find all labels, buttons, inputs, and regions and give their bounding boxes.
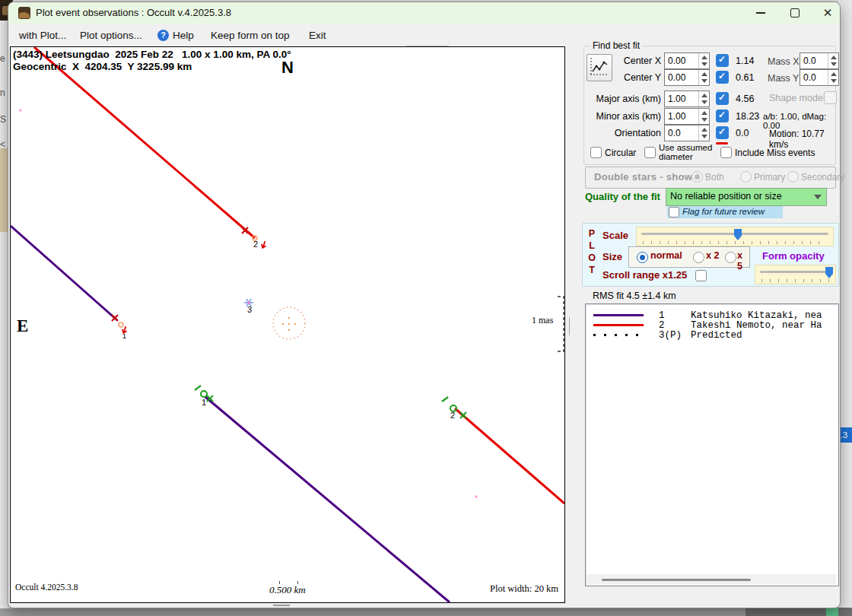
flag-review-checkbox[interactable]	[669, 207, 679, 218]
shape-model-checkbox[interactable]	[824, 91, 837, 104]
scale-label: Scale	[602, 230, 628, 241]
legend-row[interactable]: 1 Katsuhiko Kitazaki, nea	[586, 310, 837, 321]
svg-text:3: 3	[247, 305, 252, 314]
mass-y-spinner[interactable]: 0.0	[800, 69, 839, 86]
background-window-fragment	[0, 148, 8, 232]
side-tick	[569, 317, 570, 335]
circular-label: Circular	[605, 148, 636, 158]
size-radio-group: normal x 2 x 5	[628, 246, 750, 268]
bg-fragment: S	[0, 114, 8, 125]
spinner-arrows[interactable]	[698, 125, 709, 141]
size-x2-radio[interactable]	[693, 252, 704, 263]
use-assumed-diameter-checkbox[interactable]	[644, 147, 656, 158]
fit-center-x-checkbox[interactable]	[716, 54, 729, 67]
predicted-swatch	[593, 334, 644, 336]
scroll-range-label: Scroll range x1.25	[602, 269, 687, 281]
resize-grip[interactable]	[273, 605, 290, 606]
center-y-label: Center Y	[588, 72, 661, 83]
form-opacity-slider[interactable]	[755, 265, 836, 284]
size-x5-radio[interactable]	[725, 252, 736, 263]
include-miss-label: Include Miss events	[735, 148, 815, 158]
legend-row[interactable]: 3(P) Predicted	[586, 330, 837, 341]
scrollbar-thumb[interactable]	[602, 579, 751, 581]
plot-letter: L	[587, 240, 596, 251]
size-normal-radio[interactable]	[637, 252, 648, 263]
size-normal-label: normal	[650, 250, 682, 261]
size-x2-label: x 2	[706, 250, 719, 261]
svg-text:1: 1	[122, 332, 126, 340]
minimize-button[interactable]	[745, 2, 777, 23]
plot-canvas[interactable]: 12123 (3443) Leetsungdao 2025 Feb 22 1.0…	[10, 46, 565, 603]
mass-x-spinner[interactable]: 0.0	[800, 52, 839, 69]
svg-text:2: 2	[450, 411, 455, 420]
double-stars-both-radio[interactable]	[691, 171, 703, 183]
legend-row[interactable]: 2 Takeshi Nemoto, near Ha	[586, 320, 837, 331]
bg-fragment: n	[0, 87, 8, 98]
maximize-button[interactable]	[778, 2, 810, 23]
occult-plot-window: Plot event observations : Occult v.4.202…	[8, 2, 841, 608]
spinner-arrows[interactable]	[828, 53, 838, 68]
form-opacity-label: Form opacity	[762, 250, 825, 262]
center-y-spinner[interactable]: 0.00	[664, 69, 710, 86]
chord1-swatch	[593, 314, 644, 316]
orientation-spinner[interactable]: 0.0	[664, 125, 710, 141]
spinner-arrows[interactable]	[698, 53, 709, 68]
circular-checkbox[interactable]	[590, 147, 602, 158]
fit-major-axis-checkbox[interactable]	[716, 92, 729, 105]
spinner-arrows[interactable]	[698, 70, 709, 85]
menu-keep-on-top[interactable]: Keep form on top	[211, 28, 290, 43]
mass-y-label: Mass Y	[768, 73, 799, 84]
major-axis-fitted-value: 4.56	[736, 94, 754, 104]
chord-number: 3(P)	[659, 330, 682, 341]
plot-width-label: Plot width: 20 km	[437, 583, 558, 595]
double-stars-secondary-radio[interactable]	[787, 171, 799, 183]
spinner-arrows[interactable]	[698, 109, 709, 124]
spinner-arrows[interactable]	[828, 70, 838, 85]
quality-value: No reliable position or size	[670, 191, 782, 202]
observer-name: Predicted	[691, 330, 742, 341]
flag-review-label: Flag for future review	[682, 207, 765, 216]
chords-plot[interactable]: 12123	[11, 47, 564, 602]
include-miss-checkbox[interactable]	[720, 147, 732, 158]
svg-text:1: 1	[202, 398, 206, 407]
double-stars-both-label: Both	[705, 172, 724, 183]
menu-with-plot[interactable]: with Plot...	[19, 28, 66, 43]
find-best-fit-title: Find best fit	[590, 40, 642, 51]
background-left-strip: e n S <	[0, 0, 8, 616]
double-stars-primary-radio[interactable]	[740, 171, 752, 183]
menu-help[interactable]: Help	[173, 28, 194, 43]
app-icon	[18, 7, 30, 19]
spinner-arrows[interactable]	[698, 91, 709, 106]
quality-label: Quality of the fit	[585, 191, 660, 202]
fit-center-y-checkbox[interactable]	[716, 71, 729, 84]
major-axis-label: Major axis (km)	[588, 94, 661, 104]
minor-axis-spinner[interactable]: 1.00	[664, 108, 710, 125]
fit-orientation-checkbox[interactable]	[716, 126, 729, 139]
major-axis-spinner[interactable]: 1.00	[664, 90, 710, 107]
scale-slider[interactable]	[636, 227, 834, 246]
mass-x-label: Mass X	[768, 56, 800, 67]
center-x-spinner[interactable]: 0.00	[664, 52, 710, 69]
rms-fit-label: RMS fit 4.5 ±1.4 km	[593, 291, 676, 301]
help-icon[interactable]: ?	[157, 30, 169, 41]
use-assumed-diameter-label: Use assumed diameter	[659, 143, 718, 161]
title-bar[interactable]: Plot event observations : Occult v.4.202…	[8, 2, 840, 24]
plot-header-line1: (3443) Leetsungdao 2025 Feb 22 1.00 x 1.…	[13, 49, 291, 60]
fit-minor-axis-checkbox[interactable]	[716, 110, 729, 122]
scale-slider-thumb[interactable]	[734, 229, 742, 240]
chord-legend-list[interactable]: 1 Katsuhiko Kitazaki, nea 2 Takeshi Nemo…	[585, 303, 839, 586]
close-button[interactable]: ✕	[812, 2, 844, 23]
opacity-slider-thumb[interactable]	[825, 267, 833, 278]
quality-dropdown[interactable]: No reliable position or size	[666, 188, 827, 206]
menu-exit[interactable]: Exit	[309, 28, 326, 43]
observer-name: Takeshi Nemoto, near Ha	[691, 320, 822, 331]
plot-letter: T	[587, 265, 596, 275]
size-label: Size	[602, 251, 622, 262]
bg-fragment: e	[0, 53, 8, 64]
background-selected-item-fragment: .3	[839, 427, 852, 443]
legend-horizontal-scrollbar[interactable]	[587, 574, 836, 585]
motion-info: Motion: 10.77 km/s	[769, 129, 840, 150]
menu-plot-options[interactable]: Plot options...	[80, 28, 142, 43]
mas-scale-label: 1 mas	[532, 315, 553, 326]
scroll-range-checkbox[interactable]	[695, 270, 707, 281]
